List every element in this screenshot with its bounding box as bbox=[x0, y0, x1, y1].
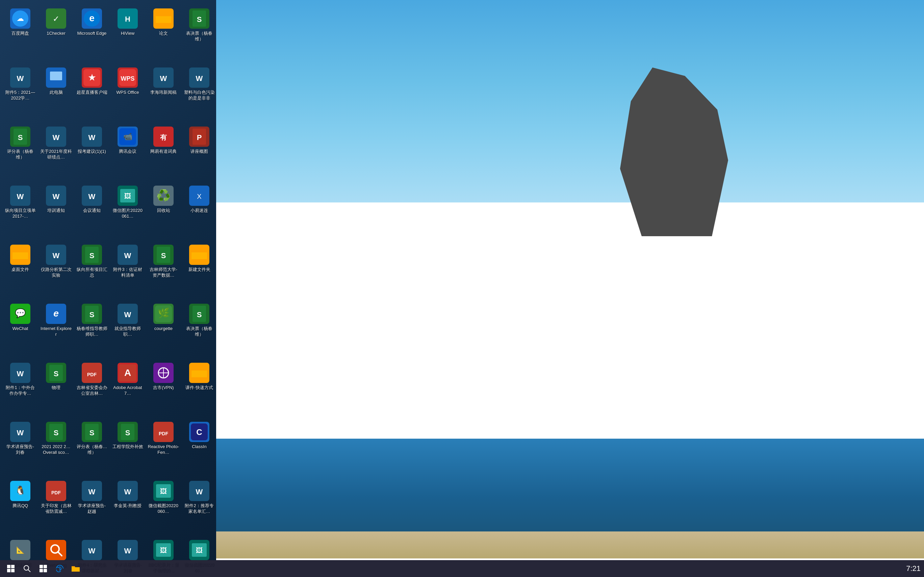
desktop-icon-academic-preview[interactable]: W学术讲座预告-刘春 bbox=[3, 417, 37, 472]
svg-text:S: S bbox=[89, 310, 95, 319]
desktop-icon-eng-school-out[interactable]: S工程学院外补效 bbox=[111, 417, 145, 472]
icon-label-appendix5: 附件5：2021—2022学… bbox=[4, 90, 37, 101]
desktop-icon-paper[interactable]: 论文 bbox=[147, 3, 180, 59]
desktop-icon-overall-score[interactable]: S2021 2022 2…Overall sco… bbox=[39, 417, 73, 472]
icon-label-adobe: Adobe Acrobat 7… bbox=[112, 385, 144, 396]
icon-label-score-yang2: 评分表（杨春…维） bbox=[76, 444, 108, 456]
icon-label-appendix1-word: 附件1：中外合作办学专… bbox=[4, 385, 37, 396]
svg-text:🐧: 🐧 bbox=[15, 485, 26, 496]
icon-image-cad-map: 📐 bbox=[10, 540, 31, 560]
desktop-icon-jilin-govt[interactable]: PDF吉林省安委会办公室吉林… bbox=[75, 358, 109, 413]
desktop-icon-report-suggest[interactable]: W报考建议(1)(1) bbox=[75, 121, 109, 177]
desktop-icon-li-jin-eng[interactable]: W李金英-刑教授 bbox=[111, 476, 145, 532]
icon-label-table-yang2: 表决票（杨春维） bbox=[183, 326, 215, 337]
icon-label-li-hawei: 李海玮新闻稿 bbox=[150, 90, 177, 95]
clock: 7:21 bbox=[906, 564, 921, 573]
desktop-icon-li-hawei[interactable]: W李海玮新闻稿 bbox=[147, 63, 180, 118]
icon-image-academic-report: W bbox=[82, 481, 102, 501]
desktop-icon-recycle[interactable]: ♻️回收站 bbox=[147, 181, 180, 236]
desktop-icon-lecture-view[interactable]: P讲座概图 bbox=[183, 121, 216, 177]
desktop-icon-tencent-meeting[interactable]: 📹腾讯会议 bbox=[111, 121, 145, 177]
desktop-icon-score-yang2[interactable]: S评分表（杨春…维） bbox=[75, 417, 109, 472]
desktop-icon-table-yang2[interactable]: S表决票（杨春维） bbox=[183, 299, 216, 354]
desktop-icon-courgette[interactable]: 🌿courgette bbox=[147, 299, 180, 354]
icon-label-paper: 论文 bbox=[159, 31, 168, 36]
icon-label-new-folder: 新建文件夹 bbox=[189, 267, 210, 272]
desktop-icon-reactive-photo[interactable]: PDFReactive Photo-Fen… bbox=[147, 417, 180, 472]
svg-line-123 bbox=[28, 570, 31, 572]
svg-text:W: W bbox=[17, 74, 24, 83]
desktop-icon-youdao[interactable]: 有网易有道词典 bbox=[147, 121, 180, 177]
svg-text:W: W bbox=[89, 192, 95, 201]
desktop-icon-new-folder[interactable]: 新建文件夹 bbox=[183, 240, 216, 295]
icon-image-meeting-notice: W bbox=[82, 185, 102, 206]
taskbar-left bbox=[3, 561, 83, 576]
icon-image-table-yang: S bbox=[189, 8, 209, 29]
desktop-icon-training[interactable]: W培训通知 bbox=[39, 181, 73, 236]
desktop-icon-meeting-notice[interactable]: W会议通知 bbox=[75, 181, 109, 236]
desktop-icon-pc[interactable]: 此电脑 bbox=[39, 63, 73, 118]
desktop-icon-super-star[interactable]: ★超星直播客户端 bbox=[75, 63, 109, 118]
edge-taskbar-button[interactable] bbox=[52, 561, 67, 576]
icon-label-ie: Internet Explorer bbox=[40, 326, 72, 337]
task-view-button[interactable] bbox=[36, 561, 51, 576]
icon-image-jiuye: W bbox=[118, 304, 138, 324]
desktop-icon-apparatus[interactable]: W仪路分析第二次实验 bbox=[39, 240, 73, 295]
icon-image-project-summary: S bbox=[82, 245, 102, 265]
desktop-icon-baidu-pan[interactable]: ☁百度网盘 bbox=[3, 3, 37, 59]
desktop-icon-1checker[interactable]: ✓1Checker bbox=[39, 3, 73, 59]
svg-rect-126 bbox=[39, 569, 43, 572]
desktop-icon-score-yang[interactable]: S评分表（杨春维） bbox=[3, 121, 37, 177]
desktop-icon-appendix1-word[interactable]: W附件1：中外合作办学专… bbox=[3, 358, 37, 413]
desktop-icon-project-list[interactable]: W纵向项目立项单2017-… bbox=[3, 181, 37, 236]
desktop-icon-about2021[interactable]: W关于2021年度科研绩点… bbox=[39, 121, 73, 177]
svg-text:📹: 📹 bbox=[123, 132, 133, 141]
icon-image-1checker: ✓ bbox=[46, 8, 66, 29]
desktop-icon-appendix5[interactable]: W附件5：2021—2022学… bbox=[3, 63, 37, 118]
svg-text:S: S bbox=[161, 251, 166, 260]
desktop-icon-wechat[interactable]: 💬WeChat bbox=[3, 299, 37, 354]
icon-image-academic-preview: W bbox=[10, 422, 31, 442]
desktop-icon-physics[interactable]: S物理 bbox=[39, 358, 73, 413]
file-explorer-taskbar[interactable] bbox=[68, 561, 83, 576]
icon-label-yang-chunwei: 杨春维指导教师师职… bbox=[76, 326, 108, 337]
desktop-icon-ie[interactable]: eInternet Explorer bbox=[39, 299, 73, 354]
desktop-icon-vpn[interactable]: 吉市(VPN) bbox=[147, 358, 180, 413]
svg-text:W: W bbox=[89, 546, 95, 555]
desktop-icon-jiuye[interactable]: W就业指导教师职… bbox=[111, 299, 145, 354]
desktop-icon-project-summary[interactable]: S纵向所有项目汇总 bbox=[75, 240, 109, 295]
desktop-icon-ms-edge[interactable]: eMicrosoft Edge bbox=[75, 3, 109, 59]
desktop-icon-wechat-cap3[interactable]: 🖼微信截图20220060… bbox=[147, 476, 180, 532]
icon-image-eng-school-out: S bbox=[118, 422, 138, 442]
desktop-icon-adobe[interactable]: AAdobe Acrobat 7… bbox=[111, 358, 145, 413]
desktop-icon-classIn[interactable]: CClassIn bbox=[183, 417, 216, 472]
icon-label-1checker: 1Checker bbox=[47, 31, 66, 36]
desktop-icon-appendix2[interactable]: W附件2：推荐专家名单汇… bbox=[183, 476, 216, 532]
search-button[interactable] bbox=[19, 561, 34, 576]
taskbar-right: 7:21 bbox=[906, 564, 921, 573]
icon-label-jilin-normal: 吉林师范大学-资产数据… bbox=[148, 267, 180, 278]
desktop-icon-academic-report[interactable]: W学术讲座预告-赵越 bbox=[75, 476, 109, 532]
desktop-icon-hiview[interactable]: HHiView bbox=[111, 3, 145, 59]
desktop-icon-xiaoyi[interactable]: X小易迷连 bbox=[183, 181, 216, 236]
desktop-icon-desktop-files[interactable]: 桌面文件 bbox=[3, 240, 37, 295]
desktop-icon-course-quick[interactable]: 课件·快递方式 bbox=[183, 358, 216, 413]
desktop-icon-jilin-normal[interactable]: S吉林师范大学-资产数据… bbox=[147, 240, 180, 295]
desktop-icon-wps[interactable]: WPSWPS Office bbox=[111, 63, 145, 118]
desktop-icon-print-jilin[interactable]: PDF关于印发（吉林省防震减… bbox=[39, 476, 73, 532]
icon-label-meeting-notice: 会议通知 bbox=[83, 208, 101, 214]
desktop-icon-yang-chunwei[interactable]: S杨春维指导教师师职… bbox=[75, 299, 109, 354]
icon-image-ie: e bbox=[46, 304, 66, 324]
svg-rect-127 bbox=[44, 569, 47, 572]
desktop-icon-qq[interactable]: 🐧腾讯QQ bbox=[3, 476, 37, 532]
start-button[interactable] bbox=[3, 561, 18, 576]
svg-text:S: S bbox=[89, 429, 95, 437]
icon-image-tencent-meeting: 📹 bbox=[118, 127, 138, 147]
icon-image-project-list: W bbox=[10, 185, 31, 206]
desktop-icon-table-yang[interactable]: S表决票（杨春维） bbox=[183, 3, 216, 59]
desktop-icon-appendix3[interactable]: W附件3：佐证材料清单 bbox=[111, 240, 145, 295]
icon-label-score-yang: 评分表（杨春维） bbox=[4, 149, 37, 160]
desktop-icon-wechat-img2[interactable]: 🖼微信图片20220061… bbox=[111, 181, 145, 236]
icon-image-report-suggest: W bbox=[82, 127, 102, 147]
desktop-icon-plastic[interactable]: W塑料与白色污染的是是非非 bbox=[183, 63, 216, 118]
